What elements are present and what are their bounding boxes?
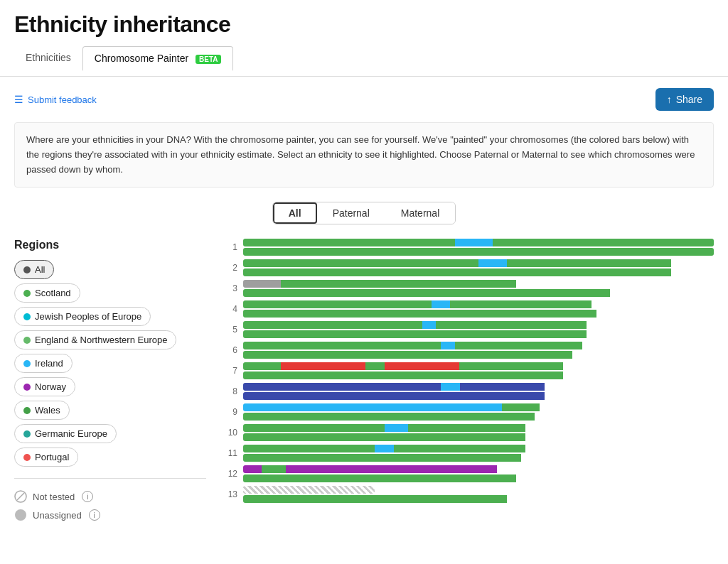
chr-bars-3 (243, 280, 714, 297)
bar-segment (243, 269, 671, 276)
description-text: Where are your ethnicities in your DNA? … (14, 122, 714, 188)
bar-line-7-bottom (243, 372, 714, 379)
legend-unassigned: Unassigned i (14, 509, 206, 521)
region-tag-england-nw[interactable]: England & Northwestern Europe (14, 330, 176, 349)
chromosome-row-4: 4 (220, 300, 714, 318)
region-dot-jewish-peoples (23, 313, 31, 320)
region-tag-portugal[interactable]: Portugal (14, 448, 78, 467)
region-tags: AllScotlandJewish Peoples of EuropeEngla… (14, 260, 206, 467)
region-tag-norway[interactable]: Norway (14, 377, 75, 396)
chr-number-7: 7 (220, 366, 237, 376)
bar-segment (243, 433, 525, 441)
chromosome-row-6: 6 (220, 342, 714, 359)
bar-line-12-top (243, 465, 714, 473)
bar-segment (243, 454, 521, 462)
chr-bars-11 (243, 445, 714, 462)
bar-line-2-bottom (243, 269, 714, 276)
bar-segment (286, 465, 498, 473)
chr-bars-9 (243, 403, 714, 421)
chr-number-1: 1 (220, 242, 237, 252)
bar-segment (243, 392, 545, 400)
bar-line-6-bottom (243, 351, 714, 359)
region-dot-ireland (23, 360, 31, 367)
chromosome-row-1: 1 (220, 239, 714, 256)
region-tag-ireland[interactable]: Ireland (14, 354, 73, 373)
svg-point-2 (15, 509, 26, 521)
tab-ethnicities[interactable]: Ethnicities (14, 46, 82, 70)
region-tag-all[interactable]: All (14, 260, 54, 279)
bar-segment (422, 321, 437, 329)
bar-line-6-top (243, 342, 714, 349)
bar-segment (502, 403, 540, 411)
region-dot-england-nw (23, 337, 31, 344)
chromosome-row-13: 13 (220, 486, 714, 503)
bar-segment (455, 239, 493, 246)
region-label-norway: Norway (35, 381, 66, 392)
chr-number-6: 6 (220, 345, 237, 355)
bar-line-2-top (243, 259, 714, 267)
chr-number-12: 12 (220, 469, 237, 479)
bar-segment (243, 330, 587, 338)
region-label-jewish-peoples: Jewish Peoples of Europe (35, 311, 141, 322)
bar-segment (450, 300, 592, 308)
bar-line-5-top (243, 321, 714, 329)
main-content: ☰ Submit feedback ↑ Share Where are your… (0, 77, 728, 533)
toggle-maternal[interactable]: Maternal (385, 202, 455, 224)
bar-segment (493, 239, 714, 246)
share-button[interactable]: ↑ Share (655, 88, 714, 111)
bar-line-3-top (243, 280, 714, 288)
chr-number-3: 3 (220, 283, 237, 293)
bar-line-5-bottom (243, 330, 714, 338)
chr-bars-7 (243, 362, 714, 379)
share-icon: ↑ (667, 94, 672, 105)
not-tested-info-icon[interactable]: i (82, 491, 93, 502)
region-tag-germanic-europe[interactable]: Germanic Europe (14, 424, 117, 443)
chr-bars-12 (243, 465, 714, 482)
chromosome-chart: 12345678910111213 (220, 239, 714, 521)
toggle-all[interactable]: All (273, 202, 317, 224)
bar-segment (243, 383, 441, 391)
unassigned-info-icon[interactable]: i (89, 509, 100, 521)
chr-number-13: 13 (220, 489, 237, 499)
tab-chromosome-painter[interactable]: Chromosome Painter BETA (82, 46, 234, 71)
region-dot-scotland (23, 290, 31, 297)
submit-feedback-button[interactable]: ☰ Submit feedback (14, 94, 97, 105)
bar-segment (243, 424, 385, 432)
chr-number-10: 10 (220, 428, 237, 438)
chr-bars-6 (243, 342, 714, 359)
bar-segment (243, 445, 375, 452)
region-tag-wales[interactable]: Wales (14, 401, 70, 420)
toggle-paternal[interactable]: Paternal (317, 202, 385, 224)
svg-line-1 (17, 493, 24, 500)
tabs-container: Ethnicities Chromosome Painter BETA (14, 46, 714, 70)
chromosome-row-7: 7 (220, 362, 714, 379)
unassigned-icon (14, 509, 27, 521)
bar-segment (478, 259, 507, 267)
bar-segment (243, 465, 262, 473)
legend-items: Not tested i Unassigned i (14, 490, 206, 521)
beta-badge: BETA (196, 55, 221, 64)
chr-bars-5 (243, 321, 714, 338)
bar-line-11-bottom (243, 454, 714, 462)
bar-line-13-top (243, 486, 714, 494)
bar-segment (243, 372, 563, 379)
bar-line-11-top (243, 445, 714, 452)
chr-number-8: 8 (220, 386, 237, 396)
chromosome-row-12: 12 (220, 465, 714, 482)
region-dot-norway (23, 384, 31, 391)
chr-number-5: 5 (220, 325, 237, 335)
bar-segment (243, 310, 596, 318)
region-tag-jewish-peoples[interactable]: Jewish Peoples of Europe (14, 307, 151, 326)
bar-line-4-bottom (243, 310, 714, 318)
bar-segment (432, 300, 450, 308)
bar-segment (385, 424, 408, 432)
bar-segment (243, 239, 455, 246)
chr-number-11: 11 (220, 448, 237, 458)
region-label-scotland: Scotland (35, 288, 71, 298)
not-tested-icon (14, 490, 27, 503)
bar-segment (243, 259, 478, 267)
region-tag-scotland[interactable]: Scotland (14, 283, 80, 303)
bar-segment (243, 289, 610, 297)
page-title: Ethnicity inheritance (14, 11, 714, 38)
bar-segment (441, 383, 459, 391)
